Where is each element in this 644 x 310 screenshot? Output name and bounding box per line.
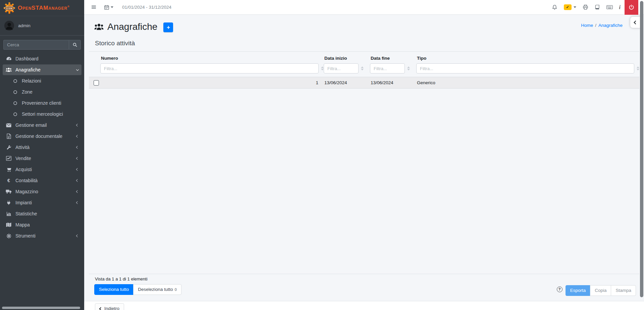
sidebar-item-label: Gestione email [15,122,47,128]
info-icon[interactable]: i [619,4,621,10]
search-icon [72,42,77,47]
sidebar-item-mappa[interactable]: Mappa [3,219,82,230]
sidebar-item-statistiche[interactable]: Statistiche [3,208,82,219]
plug-icon [6,200,12,205]
power-icon [629,4,634,10]
row-checkbox[interactable] [94,80,99,86]
sort-arrows-icon[interactable] [361,66,364,70]
logout-button[interactable] [625,0,638,15]
side-panel-toggle[interactable] [630,17,641,28]
sidebar-item-gestione-documentale[interactable]: Gestione documentale [3,131,82,142]
user-panel[interactable]: admin [0,16,84,36]
circle-icon [12,101,18,105]
sidebar-item-impianti[interactable]: Impianti [3,197,82,208]
filter-input-numero[interactable] [100,63,319,73]
breadcrumb-home-link[interactable]: Home [581,23,593,28]
export-button[interactable]: Esporta [566,285,591,296]
sidebar-item-relazioni[interactable]: Relazioni [3,75,82,86]
page-header: Anagrafiche + Home/Anagrafiche [94,21,636,32]
table-row[interactable]: 1 13/06/2024 13/06/2024 Generico [89,77,639,89]
breadcrumb-current[interactable]: Anagrafiche [598,23,623,28]
sort-arrows-icon[interactable] [321,66,324,70]
sort-arrows-icon[interactable] [637,66,639,70]
caret-down-icon [574,6,576,8]
sidebar-item-label: Impianti [15,200,32,205]
filter-input-data-inizio[interactable] [324,63,359,73]
sidebar-item-magazzino[interactable]: Magazzino [3,186,82,197]
sidebar-item-label: Statistiche [15,211,37,216]
sidebar-item-attivita[interactable]: Attività [3,142,82,153]
sidebar-item-label: Zone [22,89,33,95]
sidebar-item-anagrafiche[interactable]: Anagrafiche [3,64,82,75]
caret-down-icon [111,6,113,8]
deselect-count-badge: 0 [175,288,177,292]
vertical-scrollbar[interactable] [640,1,643,297]
sidebar-item-acquisti[interactable]: Acquisti [3,164,82,175]
column-header-numero[interactable]: Numero [100,52,324,63]
brand-name: OpenSTAManager® [18,5,70,11]
add-record-button[interactable]: + [163,22,173,32]
list-footer: Vista da 1 a 1 di 1 elementi Seleziona t… [94,274,636,296]
bell-icon[interactable] [552,4,557,10]
sidebar-item-settori-merceologici[interactable]: Settori merceologici [3,109,82,119]
search-button[interactable] [69,40,81,50]
chevron-left-icon [634,20,637,24]
chevron-left-icon [76,190,79,193]
sidebar-item-label: Contabilità [15,178,38,183]
back-button[interactable]: Indietro [95,303,124,310]
circle-icon [12,79,18,83]
chevron-down-icon [76,68,79,70]
search-input[interactable] [3,40,69,50]
keyboard-icon[interactable] [606,5,613,10]
filter-input-data-fine[interactable] [370,63,405,73]
chevron-left-icon [76,157,79,160]
sidebar-item-label: Provenienze clienti [22,100,61,106]
circle-icon [12,112,18,116]
sidebar-item-strumenti[interactable]: Strumenti [3,230,82,241]
copy-button[interactable]: Copia [590,285,611,296]
sidebar-item-contabilita[interactable]: € Contabilità [3,175,82,186]
column-header-tipo[interactable]: Tipo [416,52,639,63]
sidebar-item-label: Gestione documentale [15,134,62,139]
select-all-button[interactable]: Seleziona tutto [94,284,133,295]
hamburger-menu-icon[interactable] [91,4,97,10]
sidebar-item-label: Magazzino [15,189,38,194]
users-icon [94,23,104,31]
column-header-data-inizio[interactable]: Data inizio [324,52,370,63]
cell-tipo: Generico [416,80,639,85]
filter-input-tipo[interactable] [416,63,634,73]
page-title: Anagrafiche [107,22,157,32]
print-button[interactable]: Stampa [611,285,636,296]
sidebar-item-gestione-email[interactable]: Gestione email [3,120,82,131]
osm-gear-logo-icon: OSM [3,2,15,14]
tachometer-icon [6,56,12,61]
sidebar-horizontal-scrollbar[interactable] [2,307,80,309]
shopping-cart-icon [6,167,12,172]
chevron-left-icon [99,307,103,310]
chevron-left-icon [76,201,79,204]
printer-icon[interactable] [583,4,588,10]
sort-arrows-icon[interactable] [407,66,410,70]
column-header-data-fine[interactable]: Data fine [370,52,416,63]
sidebar-item-provenienze-clienti[interactable]: Provenienze clienti [3,98,82,108]
table-filter-row [89,63,639,77]
book-icon[interactable] [595,4,600,10]
calendar-picker[interactable] [104,5,113,10]
sidebar-item-label: Vendite [15,156,31,161]
sidebar-item-dashboard[interactable]: Dashboard [3,53,82,64]
sidebar-item-zone[interactable]: Zone [3,87,82,97]
chevron-left-icon [76,168,79,171]
table-header: Numero Data inizio Data fine Tipo [89,52,639,63]
help-icon[interactable]: ? [557,287,562,292]
envelope-icon [6,123,12,127]
sidebar-item-label: Attività [15,145,30,150]
deselect-all-button[interactable]: Deseleziona tutto0 [133,284,181,295]
brand[interactable]: OSM OpenSTAManager® [0,0,84,16]
sidebar-item-label: Anagrafiche [15,67,41,72]
file-icon [6,134,12,139]
sidebar-item-label: Settori merceologici [22,111,63,117]
sidebar-item-vendite[interactable]: Vendite [3,153,82,164]
date-range[interactable]: 01/01/2024 - 31/12/2024 [122,5,171,10]
update-status[interactable]: ✓ [564,4,576,10]
cell-numero: 1 [100,80,324,85]
